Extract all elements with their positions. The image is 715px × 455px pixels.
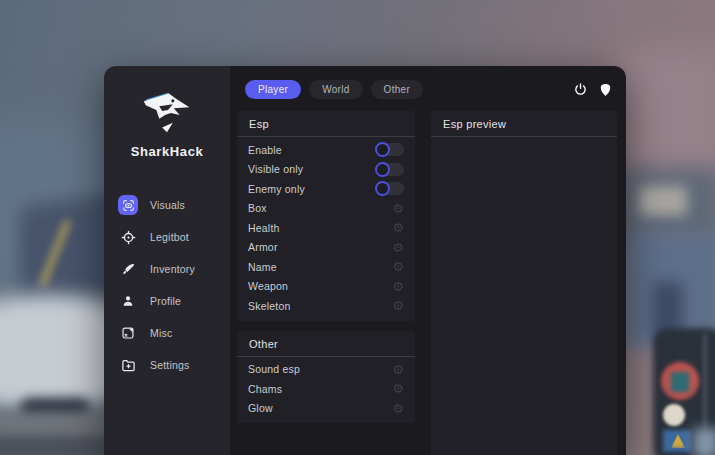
gear-icon[interactable]: ⚙ <box>392 402 404 415</box>
option-label: Name <box>248 261 392 273</box>
option-label: Enemy only <box>248 183 376 195</box>
gear-icon[interactable]: ⚙ <box>392 299 404 312</box>
sidebar-item-misc[interactable]: Misc <box>104 317 230 349</box>
bg-sticker-teal <box>671 372 689 392</box>
option-row[interactable]: Armor ⚙ <box>237 238 415 258</box>
sidebar-item-label: Profile <box>150 295 181 307</box>
option-label: Armor <box>248 241 392 253</box>
sidebar-item-label: Misc <box>150 327 172 339</box>
sidebar: SharkHack Visuals <box>104 66 230 455</box>
option-label: Box <box>248 202 392 214</box>
section-other: Other Sound esp ⚙ Ch <box>237 331 415 424</box>
gear-icon[interactable]: ⚙ <box>392 202 404 215</box>
cheat-window: SharkHack Visuals <box>104 66 626 455</box>
bg-sticker-clock <box>663 404 685 426</box>
option-label: Visible only <box>248 163 376 175</box>
sidebar-item-settings[interactable]: Settings <box>104 349 230 381</box>
shield-icon[interactable] <box>598 82 613 98</box>
sidebar-menu: Visuals Legitbot <box>104 189 230 381</box>
sidebar-item-legitbot[interactable]: Legitbot <box>104 221 230 253</box>
content: Esp Enable ⚙ Visible <box>230 99 626 455</box>
tab[interactable]: World <box>309 80 362 99</box>
sidebar-item-visuals[interactable]: Visuals <box>104 189 230 221</box>
sidebar-item-label: Visuals <box>150 199 185 211</box>
tab[interactable]: Player <box>245 80 301 99</box>
topbar: Player World Other <box>230 66 626 99</box>
screen: SharkHack Visuals <box>0 0 715 455</box>
sidebar-item-profile[interactable]: Profile <box>104 285 230 317</box>
option-row[interactable]: Glow ⚙ <box>237 399 415 419</box>
option-label: Sound esp <box>248 363 392 375</box>
toggle-knob <box>375 142 390 157</box>
bg-building <box>615 50 715 180</box>
section-title: Esp <box>237 111 415 137</box>
toggle-switch[interactable] <box>376 182 404 195</box>
tab-bar: Player World Other <box>245 80 423 99</box>
section-esp: Esp Enable ⚙ Visible <box>237 111 415 321</box>
option-row[interactable]: Chams ⚙ <box>237 379 415 399</box>
option-row[interactable]: Name ⚙ <box>237 257 415 277</box>
toggle-knob <box>375 162 390 177</box>
option-row[interactable]: Box ⚙ <box>237 199 415 219</box>
option-row[interactable]: Enemy only ⚙ <box>237 179 415 199</box>
gear-icon[interactable]: ⚙ <box>392 241 404 254</box>
knife-icon <box>118 259 138 279</box>
folder-plus-icon <box>118 355 138 375</box>
brand-title: SharkHack <box>131 144 204 159</box>
shark-logo-icon <box>136 86 198 138</box>
sidebar-item-label: Legitbot <box>150 231 189 243</box>
option-row[interactable]: Sound esp ⚙ <box>237 360 415 380</box>
section-rows: Sound esp ⚙ Chams ⚙ <box>237 357 415 424</box>
power-icon[interactable] <box>573 82 588 97</box>
option-row[interactable]: Enable ⚙ <box>237 140 415 160</box>
options-column: Esp Enable ⚙ Visible <box>237 111 415 423</box>
section-title: Other <box>237 331 415 357</box>
sidebar-item-label: Settings <box>150 359 190 371</box>
gear-icon[interactable]: ⚙ <box>392 221 404 234</box>
option-label: Health <box>248 222 392 234</box>
option-label: Chams <box>248 383 392 395</box>
gear-icon[interactable]: ⚙ <box>392 280 404 293</box>
option-label: Enable <box>248 144 376 156</box>
topbar-icons <box>573 82 613 98</box>
logo-block: SharkHack <box>104 66 230 159</box>
person-icon <box>118 291 138 311</box>
gear-icon[interactable]: ⚙ <box>392 260 404 273</box>
tab[interactable]: Other <box>371 80 424 99</box>
gear-icon[interactable]: ⚙ <box>392 382 404 395</box>
esp-preview-title: Esp preview <box>431 111 617 137</box>
sidebar-item-inventory[interactable]: Inventory <box>104 253 230 285</box>
sidebar-item-label: Inventory <box>150 263 195 275</box>
image-icon <box>118 323 138 343</box>
section-rows: Enable ⚙ Visible only ⚙ <box>237 137 415 321</box>
gear-icon[interactable]: ⚙ <box>392 363 404 376</box>
option-label: Glow <box>248 402 392 414</box>
crosshair-icon <box>118 227 138 247</box>
bg-crate <box>639 186 687 216</box>
option-label: Skeleton <box>248 300 392 312</box>
main-area: Player World Other <box>230 66 626 455</box>
option-row[interactable]: Visible only ⚙ <box>237 160 415 180</box>
eye-scan-icon <box>118 195 138 215</box>
toggle-knob <box>375 181 390 196</box>
option-row[interactable]: Health ⚙ <box>237 218 415 238</box>
toggle-switch[interactable] <box>376 163 404 176</box>
toggle-switch[interactable] <box>376 143 404 156</box>
option-row[interactable]: Weapon ⚙ <box>237 277 415 297</box>
option-label: Weapon <box>248 280 392 292</box>
esp-preview-panel: Esp preview <box>431 111 617 455</box>
option-row[interactable]: Skeleton ⚙ <box>237 296 415 316</box>
bg-corner-light <box>693 428 715 455</box>
